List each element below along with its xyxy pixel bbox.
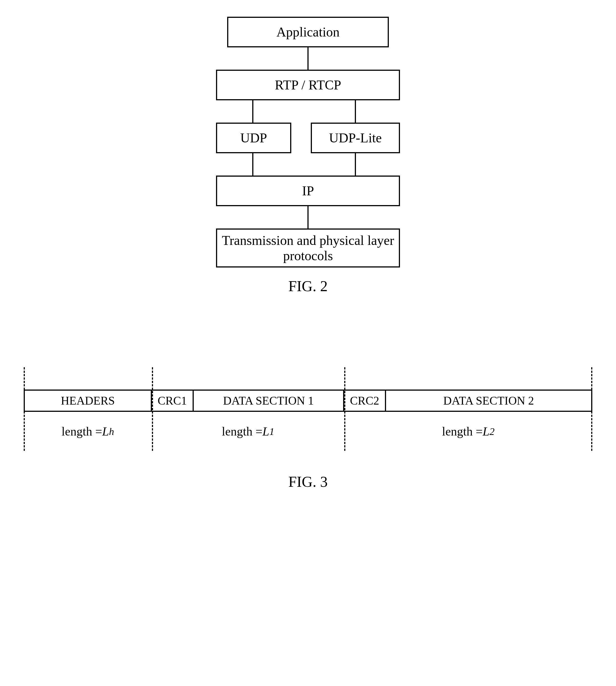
box-udp-label: UDP (240, 130, 267, 145)
segment-headers: HEADERS (24, 391, 152, 411)
segment-data2: DATA SECTION 2 (386, 391, 592, 411)
length-header: length = L h (24, 423, 152, 440)
length-l2-var: L (483, 425, 489, 439)
length-prefix: length = (222, 425, 263, 439)
box-ip-label: IP (302, 183, 314, 198)
box-ip: IP (216, 176, 400, 206)
segment-data1: DATA SECTION 1 (194, 391, 344, 411)
connector-udplite-to-ip (355, 153, 356, 176)
connector-ip-to-phy (307, 206, 309, 228)
segment-headers-label: HEADERS (61, 394, 115, 407)
figure-3-caption: FIG. 3 (288, 473, 328, 490)
figure-2-caption: FIG. 2 (288, 277, 328, 295)
segment-crc2: CRC2 (344, 391, 386, 411)
length-prefix: length = (62, 425, 102, 439)
box-udp-lite-label: UDP-Lite (329, 130, 381, 145)
segment-crc1-label: CRC1 (157, 394, 187, 407)
box-application: Application (227, 17, 389, 47)
segment-crc1: CRC1 (152, 391, 194, 411)
length-l1-var: L (262, 425, 269, 439)
figure-2: Application RTP / RTCP UDP UDP-Lite IP T… (11, 17, 605, 295)
connector-rtp-to-udplite (355, 100, 356, 122)
length-l2-sub: 2 (489, 426, 494, 437)
segment-data2-label: DATA SECTION 2 (443, 394, 534, 407)
segment-data1-label: DATA SECTION 1 (223, 394, 314, 407)
packet-layout-diagram: HEADERS CRC1 DATA SECTION 1 CRC2 DATA SE… (24, 367, 592, 451)
box-udp: UDP (216, 122, 291, 153)
length-prefix: length = (442, 425, 483, 439)
length-l2: length = L 2 (344, 423, 592, 440)
box-physical-layer: Transmission and physical layer protocol… (216, 228, 400, 268)
packet-row: HEADERS CRC1 DATA SECTION 1 CRC2 DATA SE… (24, 390, 592, 412)
figure-3: HEADERS CRC1 DATA SECTION 1 CRC2 DATA SE… (11, 367, 605, 490)
connector-udp-to-ip (252, 153, 254, 176)
length-l1: length = L 1 (152, 423, 344, 440)
connector-rtp-to-udp (252, 100, 254, 122)
protocol-stack-diagram: Application RTP / RTCP UDP UDP-Lite IP T… (188, 17, 428, 268)
box-physical-layer-label: Transmission and physical layer protocol… (222, 233, 394, 263)
length-row: length = L h length = L 1 length = L 2 (24, 423, 592, 440)
box-rtp-rtcp: RTP / RTCP (216, 70, 400, 100)
box-udp-lite: UDP-Lite (311, 122, 400, 153)
connector-app-to-rtp (307, 47, 309, 70)
length-l1-sub: 1 (269, 426, 274, 437)
box-rtp-rtcp-label: RTP / RTCP (275, 77, 341, 92)
box-application-label: Application (277, 24, 340, 40)
length-lh-sub: h (109, 426, 114, 437)
segment-crc2-label: CRC2 (350, 394, 379, 407)
length-lh-var: L (102, 425, 109, 439)
